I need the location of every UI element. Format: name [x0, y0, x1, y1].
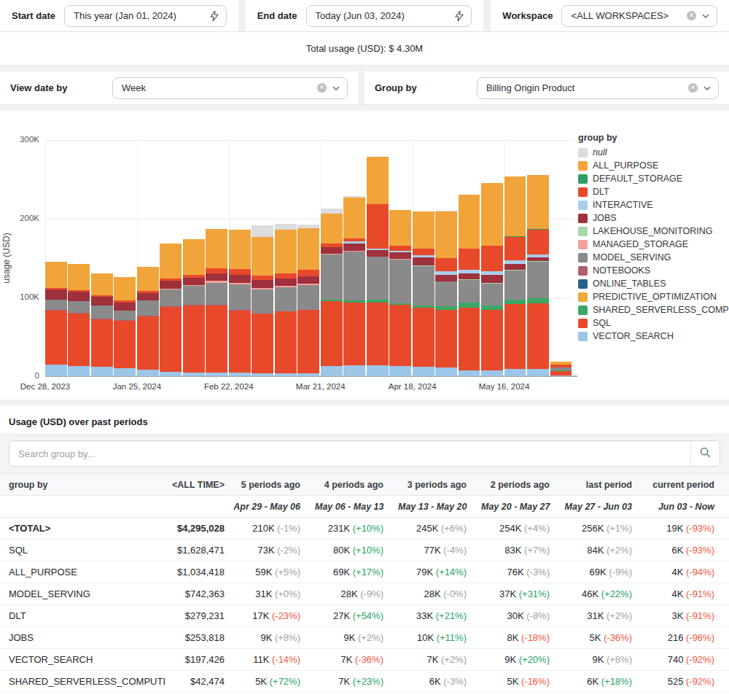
search-icon	[700, 447, 711, 461]
quick-pick-icon[interactable]	[455, 11, 464, 21]
legend-item[interactable]: LAKEHOUSE_MONITORING	[578, 226, 728, 236]
y-tick-label: 200K	[6, 214, 39, 222]
workspace-card: Workspace <ALL WORKSPACES> ✕	[491, 0, 729, 31]
all-time-cell: $1,034,418	[165, 561, 232, 583]
clear-icon[interactable]: ✕	[317, 83, 327, 93]
quick-pick-icon[interactable]	[210, 11, 219, 21]
legend-item[interactable]: PREDICTIVE_OPTIMIZATION	[578, 292, 728, 302]
group-label-cell: <TOTAL>	[0, 518, 165, 540]
percent-change: (+54%)	[353, 610, 383, 621]
bar-segment	[183, 239, 205, 275]
view-date-by-select[interactable]: Week ✕	[112, 77, 348, 99]
legend-item[interactable]: VECTOR_SEARCH	[578, 331, 728, 341]
bar-segment	[435, 211, 457, 258]
table-row: SQL$1,628,47173K (-2%)80K (+10%)77K (-4%…	[0, 540, 729, 561]
clear-icon[interactable]: ✕	[687, 11, 696, 20]
bar-segment	[137, 316, 159, 370]
bar-segment	[183, 286, 205, 305]
bar-segment	[229, 269, 251, 275]
bar	[160, 244, 182, 376]
percent-change: (+10%)	[353, 523, 383, 534]
search-input[interactable]	[9, 441, 690, 466]
period-value-cell: 5K (-16%)	[481, 671, 564, 693]
bar-segment	[229, 311, 251, 372]
bar-segment	[275, 373, 297, 376]
search-button[interactable]	[690, 441, 720, 466]
legend-item[interactable]: SQL	[578, 318, 728, 328]
end-date-input[interactable]: Today (Jun 03, 2024)	[306, 5, 472, 27]
column-header: 5 periods ago	[232, 474, 315, 496]
percent-change: (-14%)	[272, 654, 300, 665]
bar	[68, 264, 90, 376]
column-header: current period	[647, 474, 729, 496]
legend-swatch-icon	[578, 332, 588, 341]
legend-item[interactable]: SHARED_SERVERLESS_COMPUTE	[578, 305, 728, 315]
percent-change: (-96%)	[686, 632, 714, 643]
legend-item[interactable]: ALL_PURPOSE	[578, 160, 728, 171]
period-value-cell: 31K (+2%)	[564, 605, 647, 627]
period-value-cell: 10K (+11%)	[398, 627, 481, 649]
percent-change: (+11%)	[437, 632, 467, 643]
bar-segment	[297, 310, 319, 373]
legend-swatch-icon	[578, 214, 588, 223]
clear-icon[interactable]: ✕	[688, 83, 698, 93]
group-label-cell: MODEL_SERVING	[0, 583, 165, 605]
legend-item[interactable]: MANAGED_STORAGE	[578, 239, 728, 249]
workspace-select[interactable]: <ALL WORKSPACES> ✕	[561, 5, 717, 27]
bar-segment	[413, 367, 434, 376]
y-tick-label: 0	[6, 371, 39, 380]
bar-segment	[321, 247, 343, 254]
bar-segment	[137, 300, 159, 316]
percent-change: (+2%)	[607, 545, 632, 556]
all-time-cell: $1,628,471	[165, 540, 232, 561]
legend-item[interactable]: ONLINE_TABLES	[578, 279, 728, 289]
end-date-card: End date Today (Jun 03, 2024)	[246, 0, 484, 31]
legend-item[interactable]: DLT	[578, 187, 728, 197]
bar-segment	[137, 370, 159, 376]
all-time-cell: $742,363	[165, 583, 232, 605]
bar-segment	[435, 258, 457, 271]
bar-segment	[91, 273, 113, 295]
legend-item[interactable]: JOBS	[578, 213, 728, 223]
bar-segment	[527, 369, 549, 376]
period-value-cell: 4K (-91%)	[647, 583, 729, 605]
legend-item[interactable]: null	[578, 147, 728, 158]
group-by-select[interactable]: Billing Origin Product ✕	[477, 77, 719, 99]
period-value-cell: 9K (+2%)	[315, 627, 398, 649]
start-date-input[interactable]: This year (Jan 01, 2024)	[64, 5, 227, 27]
legend-item[interactable]: NOTEBOOKS	[578, 265, 728, 276]
bar-segment	[252, 289, 273, 313]
period-value-cell: 256K (+1%)	[564, 518, 647, 540]
table-row: MODEL_SERVING$742,36331K (+0%)28K (-9%)2…	[0, 583, 729, 605]
bar-segment	[389, 252, 411, 259]
legend-item[interactable]: MODEL_SERVING	[578, 252, 728, 262]
period-value-cell: 9K (+8%)	[232, 627, 315, 649]
chevron-down-icon[interactable]	[703, 86, 711, 90]
all-time-cell: $36,256	[165, 693, 232, 700]
chevron-down-icon[interactable]	[332, 86, 340, 90]
bar-segment	[45, 289, 67, 300]
section-divider	[0, 400, 729, 405]
group-label-cell: NULL	[0, 693, 165, 700]
start-date-label: Start date	[12, 10, 55, 21]
legend-item[interactable]: INTERACTIVE	[578, 200, 728, 210]
bar	[367, 157, 389, 376]
percent-change: (-91%)	[686, 588, 714, 599]
bar-segment	[343, 198, 365, 238]
percent-change: (+2%)	[607, 610, 632, 621]
percent-change: (+17%)	[353, 567, 383, 578]
period-value-cell: 27K (+54%)	[315, 605, 398, 627]
legend-item[interactable]: DEFAULT_STORAGE	[578, 174, 728, 184]
chevron-down-icon[interactable]	[702, 14, 709, 18]
bar-segment	[183, 373, 205, 376]
bar-segment	[160, 307, 182, 372]
x-tick-label: Jan 25, 2024	[113, 382, 162, 391]
table-row: NULL$36,256000000	[0, 693, 729, 700]
table-body: <TOTAL>$4,295,028210K (-1%)231K (+10%)24…	[0, 518, 729, 700]
view-date-by-card: View date by Week ✕	[0, 71, 358, 104]
bar-segment	[504, 264, 526, 271]
bar-segment	[504, 176, 526, 236]
bar	[504, 176, 526, 376]
periods-table: group by<ALL TIME>5 periods ago4 periods…	[0, 473, 729, 700]
percent-change: (+23%)	[353, 676, 383, 687]
